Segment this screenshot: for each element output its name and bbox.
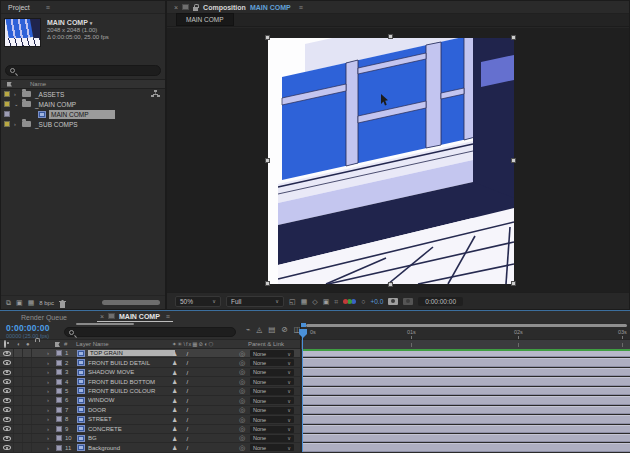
pickwhip-icon[interactable]: ◎ xyxy=(239,350,245,358)
eye-icon[interactable] xyxy=(3,407,11,412)
label-color-swatch[interactable] xyxy=(56,407,62,413)
close-icon[interactable]: × xyxy=(100,313,104,320)
transparency-grid-icon[interactable]: ▦ xyxy=(301,298,308,305)
layer-name[interactable]: STREET xyxy=(88,416,175,422)
selection-handle[interactable] xyxy=(388,282,393,287)
project-row-sub-comps[interactable]: › _SUB COMPS xyxy=(1,119,165,129)
pickwhip-icon[interactable]: ◎ xyxy=(239,425,245,433)
lock-icon[interactable] xyxy=(193,7,198,11)
layer-duration-bar[interactable] xyxy=(303,443,630,451)
project-search-input[interactable] xyxy=(18,68,156,74)
parent-dropdown[interactable]: None∨ xyxy=(250,426,294,433)
audio-toggle[interactable] xyxy=(13,377,22,385)
layer-switches[interactable]: ♟/ xyxy=(172,369,188,376)
selection-handle[interactable] xyxy=(265,158,270,163)
parent-dropdown[interactable]: None∨ xyxy=(250,350,294,357)
layer-duration-bar[interactable] xyxy=(303,368,630,376)
parent-dropdown[interactable]: None∨ xyxy=(250,359,294,366)
layer-duration-bar[interactable] xyxy=(303,387,630,395)
label-color-swatch[interactable] xyxy=(56,360,62,366)
layer-name[interactable]: FRONT BUILD DETAIL xyxy=(88,360,175,366)
layer-name[interactable]: DOOR xyxy=(88,407,175,413)
project-row-main-comp[interactable]: MAIN COMP xyxy=(1,109,165,119)
viewer-timecode[interactable]: 0:00:00:00 xyxy=(418,297,463,306)
eye-icon[interactable] xyxy=(3,388,11,393)
new-folder-icon[interactable]: ▣ xyxy=(16,299,23,306)
time-navigator-start[interactable] xyxy=(301,323,306,327)
layer-switches[interactable]: ♟/ xyxy=(172,350,188,357)
label-column-icon[interactable] xyxy=(55,342,60,347)
layer-switches[interactable]: ♟/ xyxy=(172,387,188,394)
timeline-scrollbar[interactable] xyxy=(306,324,627,327)
expand-arrow-icon[interactable]: › xyxy=(47,350,56,356)
pickwhip-icon[interactable]: ◎ xyxy=(239,434,245,442)
eye-icon[interactable] xyxy=(3,351,11,356)
show-snapshot-icon[interactable] xyxy=(403,298,413,305)
audio-toggle[interactable] xyxy=(13,358,22,366)
lock-toggle[interactable] xyxy=(31,415,40,423)
panel-menu-icon[interactable]: ≡ xyxy=(166,313,170,320)
layer-row[interactable]: › 4 FRONT BUILD BOTTOM ♟/ ◎ None∨ xyxy=(0,377,630,386)
solo-toggle[interactable] xyxy=(22,368,31,376)
label-color-swatch[interactable] xyxy=(56,379,62,385)
horizontal-scrollbar[interactable] xyxy=(102,300,160,305)
switches-column-icons[interactable]: ✦☀\fx▦⊘◐⬡ xyxy=(172,341,214,347)
layer-duration-bar[interactable] xyxy=(303,396,630,404)
resolution-dropdown[interactable]: Full∨ xyxy=(226,296,284,307)
lock-toggle[interactable] xyxy=(31,425,40,433)
layer-name[interactable]: CONCRETE xyxy=(88,426,175,432)
label-color-swatch[interactable] xyxy=(56,388,62,394)
layer-row[interactable]: › 11 Background ♟/ ◎ None∨ xyxy=(0,443,630,452)
layer-row[interactable]: › 10 BG ♟/ ◎ None∨ xyxy=(0,434,630,443)
layer-switches[interactable]: ♟/ xyxy=(172,444,188,451)
lock-toggle[interactable] xyxy=(31,377,40,385)
label-color-swatch[interactable] xyxy=(4,91,10,97)
label-color-swatch[interactable] xyxy=(56,426,62,432)
label-column-icon[interactable] xyxy=(7,82,12,87)
selection-handle[interactable] xyxy=(511,281,516,286)
pickwhip-icon[interactable]: ◎ xyxy=(239,387,245,395)
layer-row[interactable]: › 8 STREET ♟/ ◎ None∨ xyxy=(0,415,630,424)
audio-toggle[interactable] xyxy=(13,349,22,357)
selection-handle[interactable] xyxy=(265,281,270,286)
project-row-main-comp-folder[interactable]: ⌄ _MAIN COMP xyxy=(1,99,165,109)
audio-toggle[interactable] xyxy=(13,425,22,433)
lock-toggle[interactable] xyxy=(31,396,40,404)
close-icon[interactable]: × xyxy=(174,4,178,11)
magnification-dropdown[interactable]: 50%∨ xyxy=(175,296,221,307)
selection-handle[interactable] xyxy=(265,35,270,40)
snapshot-camera-icon[interactable] xyxy=(388,298,398,305)
expand-arrow-icon[interactable]: › xyxy=(47,445,56,451)
layer-name[interactable]: SHADOW MOVE xyxy=(88,369,175,375)
eye-icon[interactable] xyxy=(3,370,11,375)
layer-row[interactable]: › 9 CONCRETE ♟/ ◎ None∨ xyxy=(0,425,630,434)
panel-grabber[interactable] xyxy=(76,323,134,325)
expand-arrow-icon[interactable]: › xyxy=(47,397,56,403)
parent-dropdown[interactable]: None∨ xyxy=(250,388,294,395)
lock-toggle[interactable] xyxy=(31,349,40,357)
parent-dropdown[interactable]: None∨ xyxy=(250,369,294,376)
parent-dropdown[interactable]: None∨ xyxy=(250,407,294,414)
trash-icon[interactable] xyxy=(59,294,66,312)
selection-handle[interactable] xyxy=(511,158,516,163)
solo-toggle[interactable] xyxy=(22,415,31,423)
parent-dropdown[interactable]: None∨ xyxy=(250,416,294,423)
pickwhip-icon[interactable]: ◎ xyxy=(239,406,245,414)
layer-switches[interactable]: ♟/ xyxy=(172,435,188,442)
expand-arrow-icon[interactable]: › xyxy=(47,388,56,394)
lock-toggle[interactable] xyxy=(31,387,40,395)
layer-row[interactable]: › 2 FRONT BUILD DETAIL ♟/ ◎ None∨ xyxy=(0,358,630,367)
layer-switches[interactable]: ♟/ xyxy=(172,359,188,366)
audio-toggle[interactable] xyxy=(13,387,22,395)
interpret-footage-icon[interactable]: ⧉ xyxy=(6,299,11,306)
pickwhip-icon[interactable]: ◎ xyxy=(239,397,245,405)
layer-name-column-header[interactable]: Layer Name xyxy=(76,341,109,347)
layer-switches[interactable]: ♟/ xyxy=(172,425,188,432)
audio-toggle[interactable] xyxy=(13,443,22,451)
item-label[interactable]: _SUB COMPS xyxy=(35,121,78,128)
layer-name[interactable]: FRONT BUILD COLOUR xyxy=(88,388,175,394)
audio-toggle[interactable] xyxy=(13,415,22,423)
parent-dropdown[interactable]: None∨ xyxy=(250,435,294,442)
shy-icon[interactable]: ◬ xyxy=(257,326,263,334)
composition-tab-label[interactable]: Composition xyxy=(203,4,246,11)
